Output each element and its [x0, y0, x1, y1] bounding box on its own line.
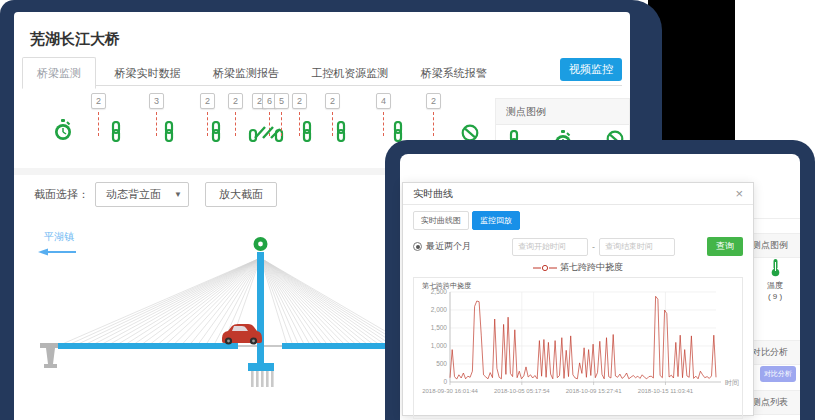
sensor-count-badge: 2 [228, 93, 243, 109]
modal-body: 实时曲线图 监控回放 最近两个月 - 查询 [403, 205, 753, 419]
tab-monitoring-report[interactable]: 桥梁监测报告 [199, 58, 293, 88]
sensor-count-badge: 3 [149, 93, 164, 109]
svg-text:时间: 时间 [725, 379, 739, 387]
query-controls: 最近两个月 - 查询 [413, 237, 743, 256]
sensor-count-badge: 2 [292, 93, 307, 109]
tab-realtime-curve[interactable]: 实时曲线图 [413, 211, 469, 230]
realtime-curve-modal: 实时曲线 × 实时曲线图 监控回放 最近两个月 - [402, 182, 754, 416]
section-toolbar: 截面选择： 动态背立面 ▼ 放大截面 [34, 180, 277, 208]
svg-text:2018-09-30 16:01:44: 2018-09-30 16:01:44 [422, 388, 478, 394]
chain-icon[interactable] [335, 121, 347, 146]
query-start-time-input[interactable] [512, 238, 588, 256]
sensor-count-badge: 2 [325, 93, 340, 109]
tab-ipc-resource[interactable]: 工控机资源监测 [297, 58, 402, 88]
sensor-count-badge: 2 [91, 93, 106, 109]
legend-panel-title: 测点图例 [496, 99, 629, 125]
time-range-inputs: - [512, 238, 675, 256]
composite-stage: 芜湖长江大桥 桥梁监测 桥梁实时数据 桥梁监测报告 工控机资源监测 桥梁系统报警… [0, 0, 815, 420]
deflection-series-line [450, 296, 716, 379]
stopwatch-icon[interactable] [54, 119, 72, 146]
sensor-dash-line [156, 112, 157, 136]
car [222, 324, 262, 345]
svg-text:0: 0 [443, 378, 447, 385]
main-tabbar: 桥梁监测 桥梁实时数据 桥梁监测报告 工控机资源监测 桥梁系统报警 [22, 56, 622, 86]
sliver-compare-header: 对比分析 [748, 340, 800, 365]
compare-analysis-button[interactable]: 对比分析 [760, 366, 796, 382]
svg-text:2,000: 2,000 [431, 306, 448, 313]
svg-text:2018-10-09 15:27:41: 2018-10-09 15:27:41 [566, 388, 622, 394]
left-arrow-icon [38, 249, 76, 256]
range-separator: - [592, 242, 595, 252]
legend-series-label: 第七跨跨中挠度 [560, 261, 623, 274]
sensor-dash-line [383, 112, 384, 136]
svg-text:2,500: 2,500 [431, 288, 448, 295]
recent-two-months-label: 最近两个月 [426, 240, 471, 253]
joint-icon[interactable] [248, 121, 284, 146]
bridge-deck-right [282, 343, 394, 349]
thermometer-icon [769, 270, 782, 279]
temperature-legend-item[interactable]: 温度 ( 9 ) [752, 258, 798, 302]
chain-icon[interactable] [163, 121, 175, 146]
page-title: 芜湖长江大桥 [30, 30, 120, 49]
curve-dialog-window: 测点图例 温度 ( 9 ) 对比分析 对比分析 测点列表 实时曲线 × 实时曲线… [385, 140, 815, 420]
left-pier [40, 343, 61, 368]
bridge-tower [257, 252, 264, 365]
sensor-dash-line [433, 112, 434, 136]
sensor-count-badge: 4 [376, 93, 391, 109]
svg-text:500: 500 [436, 360, 447, 367]
foundation-cap [248, 363, 274, 371]
section-select-label: 截面选择： [34, 187, 89, 202]
chart-legend: 第七跨跨中挠度 [413, 261, 743, 274]
sensor-count-badge: 2 [426, 93, 441, 109]
bridge-deck-left [58, 343, 238, 349]
recent-two-months-radio[interactable] [413, 242, 422, 251]
section-select-value: 动态背立面 [106, 187, 161, 202]
video-monitor-button[interactable]: 视频监控 [560, 58, 622, 81]
sensor-dash-line [98, 112, 99, 136]
tab-system-alarm[interactable]: 桥梁系统报警 [407, 58, 501, 88]
modal-tabbar: 实时曲线图 监控回放 [413, 211, 743, 230]
direction-label: 平湖镇 [44, 231, 74, 242]
sensor-dash-line [281, 112, 282, 136]
legend-marker-icon [533, 264, 557, 272]
svg-text:2018-10-05 05:17:54: 2018-10-05 05:17:54 [494, 388, 550, 394]
query-button[interactable]: 查询 [707, 237, 743, 256]
svg-text:1,000: 1,000 [431, 342, 448, 349]
chain-icon[interactable] [210, 121, 222, 146]
sliver-points-header: 测点列表 [748, 390, 800, 415]
sliver-divider [748, 218, 800, 219]
close-icon[interactable]: × [735, 187, 743, 200]
modal-header: 实时曲线 × [403, 183, 753, 205]
svg-text:2018-10-15 11:03:41: 2018-10-15 11:03:41 [638, 388, 694, 394]
chart-canvas: 第七跨跨中挠度05001,0001,5002,0002,5002018-09-3… [414, 278, 743, 416]
deflection-chart: 第七跨跨中挠度05001,0001,5002,0002,5002018-09-3… [413, 277, 743, 419]
svg-text:1,500: 1,500 [431, 324, 448, 331]
tower-sensor-icon[interactable] [254, 237, 268, 251]
sensor-count-badge: 5 [274, 93, 289, 109]
sensor-dash-line [332, 112, 333, 136]
foundation-piles [251, 371, 274, 387]
modal-title: 实时曲线 [413, 187, 453, 201]
temperature-count: ( 9 ) [752, 291, 798, 302]
zoom-section-button[interactable]: 放大截面 [205, 182, 277, 207]
chain-icon[interactable] [301, 121, 313, 146]
sensor-count-badge: 2 [200, 93, 215, 109]
query-end-time-input[interactable] [599, 238, 675, 256]
tab-realtime-data[interactable]: 桥梁实时数据 [100, 58, 194, 88]
sensor-dash-line [299, 112, 300, 136]
curve-dialog-page: 测点图例 温度 ( 9 ) 对比分析 对比分析 测点列表 实时曲线 × 实时曲线… [400, 154, 800, 420]
chevron-down-icon: ▼ [174, 190, 182, 199]
sliver-legend-header: 测点图例 [748, 233, 800, 258]
section-select-dropdown[interactable]: 动态背立面 ▼ [95, 182, 189, 207]
temperature-label: 温度 [752, 280, 798, 291]
chain-icon[interactable] [110, 121, 122, 146]
sensor-dash-line [207, 112, 208, 136]
tab-monitor-playback[interactable]: 监控回放 [472, 211, 520, 230]
sensor-dash-line [235, 112, 236, 136]
